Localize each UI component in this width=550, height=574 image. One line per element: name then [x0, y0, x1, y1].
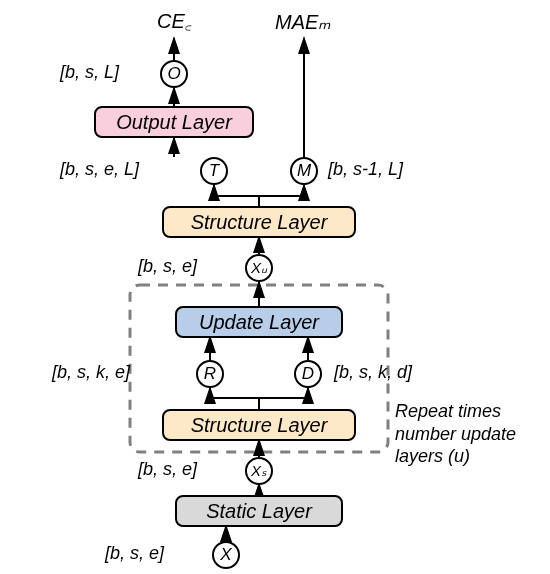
mae-m-label: MAEₘ	[275, 10, 330, 34]
r-node: R	[196, 360, 224, 388]
m-node: M	[290, 157, 318, 185]
diagram-stage: CE꜀ MAEₘ O [b, s, L] Output Layer T [b, …	[0, 0, 550, 574]
repeat-note-line2: number update	[395, 423, 516, 446]
d-shape-label: [b, s, k, d]	[334, 362, 412, 383]
r-shape-label: [b, s, k, e]	[52, 362, 130, 383]
xu-node: Xᵤ	[245, 254, 273, 282]
d-node-text: D	[302, 364, 314, 384]
xu-node-text: Xᵤ	[251, 259, 267, 277]
t-node-text: T	[209, 161, 219, 181]
static-layer: Static Layer	[175, 495, 343, 527]
update-layer: Update Layer	[175, 306, 343, 338]
output-layer: Output Layer	[94, 106, 254, 138]
update-layer-text: Update Layer	[199, 311, 319, 334]
output-layer-text: Output Layer	[116, 111, 232, 134]
ce-c-label: CE꜀	[157, 10, 191, 33]
o-node: O	[160, 60, 188, 88]
t-shape-label: [b, s, e, L]	[60, 159, 139, 180]
structure-layer-upper: Structure Layer	[162, 206, 356, 238]
static-layer-text: Static Layer	[206, 500, 312, 523]
m-shape-label: [b, s-1, L]	[328, 159, 403, 180]
o-node-text: O	[167, 64, 180, 84]
structure-layer-lower-text: Structure Layer	[191, 414, 328, 437]
structure-layer-lower: Structure Layer	[162, 409, 356, 441]
repeat-note: Repeat times number update layers (u)	[395, 400, 516, 468]
t-node: T	[200, 157, 228, 185]
xs-shape-label: [b, s, e]	[138, 459, 197, 480]
x-shape-label: [b, s, e]	[105, 543, 164, 564]
r-node-text: R	[204, 364, 216, 384]
o-shape-label: [b, s, L]	[60, 62, 119, 83]
d-node: D	[294, 360, 322, 388]
repeat-note-line3: layers (u)	[395, 445, 516, 468]
connector-svg	[0, 0, 550, 574]
xs-node-text: Xₛ	[251, 462, 267, 480]
m-node-text: M	[297, 161, 311, 181]
structure-layer-upper-text: Structure Layer	[191, 211, 328, 234]
repeat-note-line1: Repeat times	[395, 400, 516, 423]
x-node-text: X	[220, 545, 231, 565]
xs-node: Xₛ	[245, 457, 273, 485]
xu-shape-label: [b, s, e]	[138, 256, 197, 277]
x-node: X	[212, 541, 240, 569]
